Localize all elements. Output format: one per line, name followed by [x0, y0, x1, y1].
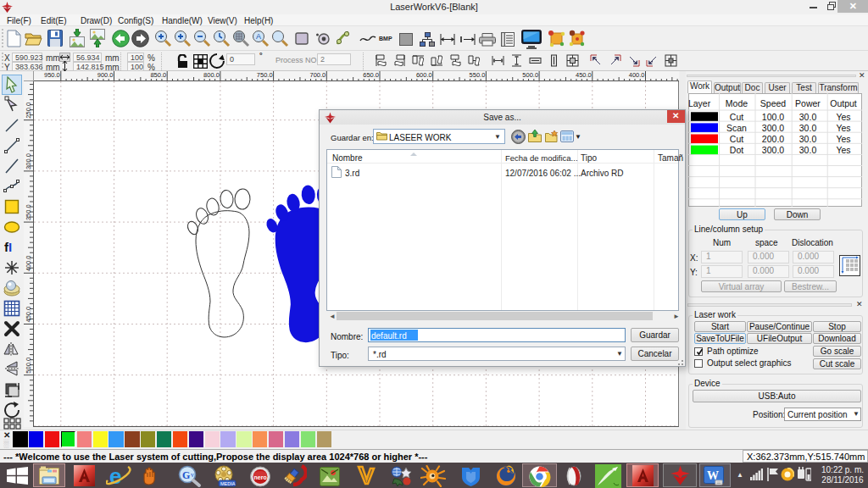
svg-text:nero: nero	[254, 474, 267, 480]
svg-text:Yes: Yes	[836, 134, 850, 144]
svg-text:450.0: 450.0	[576, 71, 592, 79]
svg-text:v: v	[191, 471, 194, 479]
svg-text:Yes: Yes	[836, 145, 850, 155]
svg-text:30.0: 30.0	[799, 134, 817, 144]
svg-text:Yes: Yes	[836, 123, 850, 133]
svg-text:A: A	[256, 32, 261, 41]
svg-text:600.0: 600.0	[416, 71, 432, 79]
svg-text:30.0: 30.0	[799, 145, 817, 155]
svg-text:500.0: 500.0	[25, 358, 32, 374]
svg-text:Scan: Scan	[726, 123, 747, 133]
svg-text:30.0: 30.0	[799, 112, 817, 122]
svg-text:Mode: Mode	[726, 98, 748, 108]
svg-text:500.0: 500.0	[522, 71, 538, 79]
svg-text:350.0: 350.0	[25, 204, 32, 220]
svg-text:750.0: 750.0	[257, 71, 273, 79]
svg-text:MEDIA: MEDIA	[220, 481, 236, 486]
svg-text:Yes: Yes	[836, 112, 850, 122]
svg-text:250.0: 250.0	[25, 103, 32, 119]
svg-text:450.0: 450.0	[25, 307, 32, 323]
svg-text:100.0: 100.0	[762, 112, 784, 122]
svg-text:550.0: 550.0	[470, 71, 486, 79]
svg-text:800.0: 800.0	[203, 71, 220, 79]
svg-text:400.0: 400.0	[25, 256, 32, 272]
svg-text:700.0: 700.0	[310, 71, 326, 79]
svg-text:950.0: 950.0	[44, 71, 60, 79]
svg-text:Layer: Layer	[688, 98, 711, 108]
svg-text:850.0: 850.0	[150, 71, 166, 79]
svg-text:G: G	[182, 469, 190, 481]
svg-text:300.0: 300.0	[25, 153, 32, 169]
svg-text:30.0: 30.0	[799, 123, 817, 133]
svg-text:300.0: 300.0	[762, 145, 784, 155]
svg-text:Cut: Cut	[730, 112, 743, 122]
svg-text:Power: Power	[795, 98, 821, 108]
svg-text:650.0: 650.0	[363, 71, 379, 79]
svg-text:900.0: 900.0	[97, 71, 114, 79]
svg-text:200.0: 200.0	[762, 134, 784, 144]
svg-text:300.0: 300.0	[762, 123, 784, 133]
svg-text:Cut: Cut	[730, 134, 743, 144]
svg-text:Output: Output	[830, 98, 857, 108]
svg-text:400.0: 400.0	[629, 71, 645, 79]
svg-text:Speed: Speed	[760, 98, 787, 108]
svg-text:Dot: Dot	[730, 145, 743, 155]
